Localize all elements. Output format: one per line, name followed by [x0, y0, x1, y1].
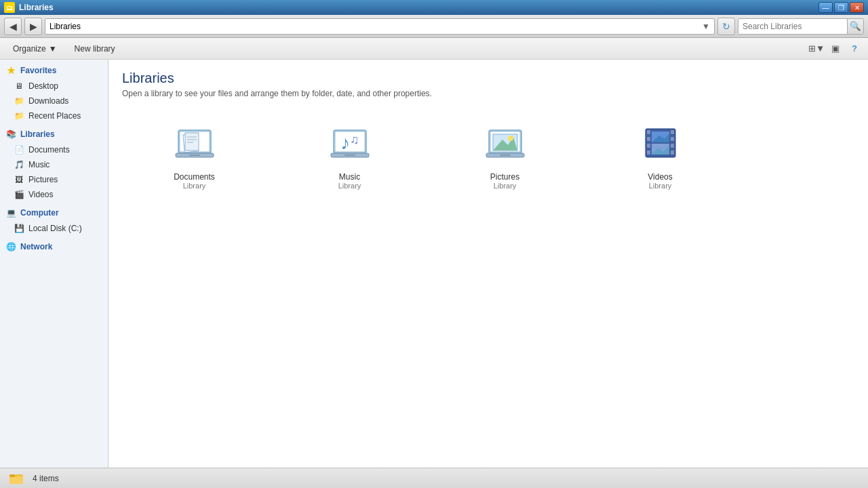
svg-rect-30: [671, 150, 674, 155]
svg-rect-27: [671, 130, 674, 134]
sidebar-libraries-section: 📚 Libraries 📄 Documents 🎵 Music 🖼 Pictur…: [0, 126, 108, 202]
content-subtitle: Open a library to see your files and arr…: [122, 89, 854, 98]
svg-point-19: [508, 136, 513, 141]
local-disk-label: Local Disk (C:): [28, 224, 82, 233]
sidebar-item-documents[interactable]: 📄 Documents: [0, 142, 108, 157]
documents-library-icon: [173, 123, 216, 167]
new-library-button[interactable]: New library: [67, 41, 123, 57]
content-pane: Libraries Open a library to see your fil…: [108, 60, 868, 468]
svg-rect-23: [647, 130, 650, 134]
videos-label: Videos: [28, 190, 53, 199]
address-path-text: Libraries: [50, 22, 699, 31]
library-item-music[interactable]: ♪ ♫ Music Library: [277, 115, 422, 199]
restore-button[interactable]: ❐: [834, 2, 848, 13]
favorites-star-icon: ★: [5, 65, 16, 76]
view-arrow-icon: ▼: [816, 43, 825, 54]
search-box: 🔍: [738, 18, 864, 35]
status-bar: 4 items: [0, 468, 868, 488]
music-icon: 🎵: [14, 159, 24, 170]
music-type: Library: [338, 182, 361, 190]
local-disk-icon: 💾: [14, 223, 24, 234]
sidebar-item-pictures[interactable]: 🖼 Pictures: [0, 172, 108, 187]
organize-button[interactable]: Organize ▼: [5, 41, 64, 57]
sidebar-item-recent-places[interactable]: 📁 Recent Places: [0, 108, 108, 123]
organize-label: Organize: [13, 44, 46, 54]
library-item-videos[interactable]: Videos Library: [588, 115, 732, 199]
libraries-folder-icon: 📚: [5, 129, 16, 140]
recent-places-icon: 📁: [14, 110, 24, 121]
sidebar-computer-header[interactable]: 💻 Computer: [0, 205, 108, 221]
videos-label-text: Videos Library: [648, 172, 672, 190]
title-bar: 🗂 Libraries — ❐ ✕: [0, 0, 868, 15]
toolbar-right: ⊞ ▼ ▣ ?: [808, 41, 863, 57]
title-bar-left: 🗂 Libraries: [4, 2, 54, 13]
window-icon: 🗂: [4, 2, 15, 13]
downloads-folder-icon: 📁: [14, 96, 24, 106]
documents-type: Library: [174, 182, 215, 190]
svg-rect-3: [185, 133, 199, 150]
minimize-button[interactable]: —: [818, 2, 833, 13]
libraries-label: Libraries: [20, 129, 55, 139]
search-input[interactable]: [738, 19, 847, 34]
pictures-label: Pictures: [28, 175, 58, 184]
pictures-name: Pictures: [490, 172, 519, 182]
new-library-label: New library: [75, 44, 115, 54]
sidebar-favorites-header[interactable]: ★ Favorites: [0, 62, 108, 79]
sidebar-item-downloads[interactable]: 📁 Downloads: [0, 94, 108, 108]
pictures-label-text: Pictures Library: [490, 172, 519, 190]
pictures-icon: 🖼: [14, 174, 24, 185]
address-path[interactable]: Libraries ▼: [45, 18, 715, 35]
sidebar-network-header[interactable]: 🌐 Network: [0, 239, 108, 255]
sidebar-computer-section: 💻 Computer 💾 Local Disk (C:): [0, 205, 108, 236]
toolbar: Organize ▼ New library ⊞ ▼ ▣ ?: [0, 38, 868, 60]
music-name: Music: [338, 172, 361, 182]
help-button[interactable]: ?: [846, 41, 863, 57]
back-button[interactable]: ◀: [4, 18, 22, 35]
svg-text:♪: ♪: [340, 132, 350, 153]
recent-places-label: Recent Places: [28, 111, 81, 121]
address-dropdown-arrow[interactable]: ▼: [702, 22, 710, 31]
status-folder-icon: [8, 470, 24, 487]
refresh-button[interactable]: ↻: [717, 18, 735, 35]
content-title: Libraries: [122, 70, 854, 86]
videos-type: Library: [648, 182, 672, 190]
desktop-label: Desktop: [28, 81, 58, 91]
library-item-documents[interactable]: Documents Library: [122, 115, 267, 199]
desktop-icon: 🖥: [14, 81, 24, 92]
view-icon: ⊞: [808, 43, 816, 54]
pane-icon: ▣: [831, 43, 840, 54]
status-item-count: 4 items: [33, 474, 59, 483]
sidebar-item-videos[interactable]: 🎬 Videos: [0, 187, 108, 202]
sidebar-item-desktop[interactable]: 🖥 Desktop: [0, 79, 108, 94]
library-item-pictures[interactable]: Pictures Library: [433, 115, 577, 199]
videos-name: Videos: [648, 172, 672, 182]
organize-arrow-icon: ▼: [49, 44, 57, 54]
network-label: Network: [20, 242, 52, 251]
help-icon: ?: [852, 43, 857, 54]
forward-button[interactable]: ▶: [24, 18, 42, 35]
sidebar-item-music[interactable]: 🎵 Music: [0, 157, 108, 172]
svg-rect-8: [189, 155, 200, 156]
close-button[interactable]: ✕: [850, 2, 864, 13]
network-icon: 🌐: [5, 241, 16, 252]
pictures-type: Library: [490, 182, 519, 190]
computer-icon: 💻: [5, 207, 16, 218]
downloads-label: Downloads: [28, 96, 68, 106]
music-library-icon: ♪ ♫: [328, 123, 372, 167]
music-label-text: Music Library: [338, 172, 361, 190]
svg-rect-28: [671, 137, 674, 141]
computer-label: Computer: [20, 208, 59, 218]
pane-toggle-button[interactable]: ▣: [827, 41, 844, 57]
favorites-label: Favorites: [20, 66, 56, 75]
pictures-library-icon: [484, 123, 527, 167]
videos-icon: 🎬: [14, 189, 24, 200]
documents-label: Documents Library: [174, 172, 215, 190]
sidebar-libraries-header[interactable]: 📚 Libraries: [0, 126, 108, 142]
sidebar-item-local-disk[interactable]: 💾 Local Disk (C:): [0, 221, 108, 236]
window-title: Libraries: [19, 3, 54, 12]
music-label: Music: [28, 160, 50, 169]
sidebar: ★ Favorites 🖥 Desktop 📁 Downloads 📁 Rece…: [0, 60, 108, 468]
videos-library-icon: [639, 123, 682, 167]
view-options-button[interactable]: ⊞ ▼: [808, 41, 825, 57]
search-button[interactable]: 🔍: [847, 19, 863, 34]
